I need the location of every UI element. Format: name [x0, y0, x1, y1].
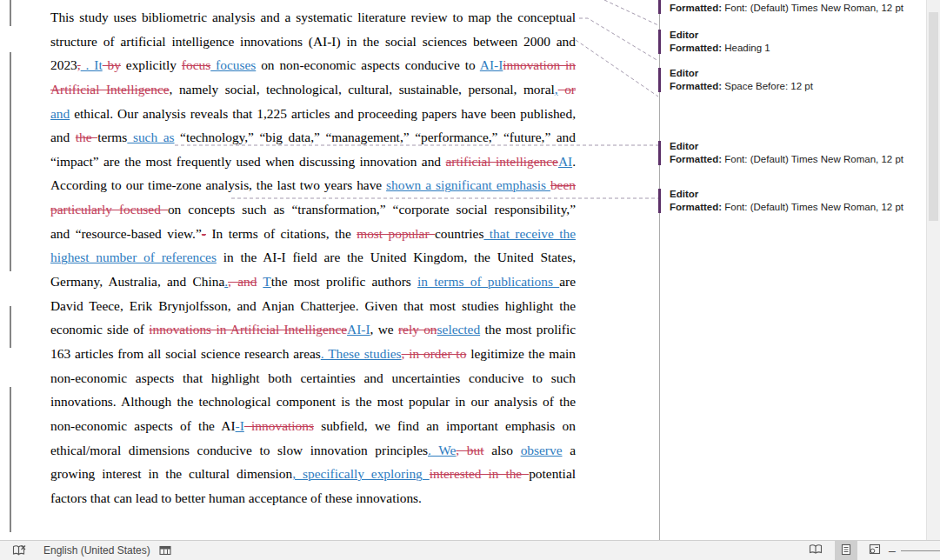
- inserted-text: . These studies: [321, 346, 402, 361]
- document-line[interactable]: ethical/moral dimensions conducive to sl…: [50, 438, 576, 463]
- inserted-text: , specifically exploring: [292, 466, 430, 481]
- deleted-text: interested in the: [430, 466, 529, 481]
- inserted-text: -I: [236, 418, 244, 433]
- inserted-text: T: [263, 274, 270, 289]
- document-text: also: [484, 443, 521, 457]
- document-line[interactable]: and ethical. Our analysis reveals that 1…: [50, 102, 576, 126]
- revision-balloon[interactable]: EditorFormatted: Font: (Default) Times N…: [658, 188, 930, 214]
- grid-icon[interactable]: [159, 541, 171, 560]
- document-text: ethical/moral dimensions conducive to sl…: [50, 443, 428, 457]
- document-text: non-economic aspects that highlight both…: [50, 370, 576, 385]
- document-line[interactable]: Artificial Intelligence, namely social, …: [50, 77, 576, 102]
- document-line[interactable]: non-economic aspects of the AI-I innovat…: [50, 414, 576, 438]
- document-line[interactable]: highest number of references in the AI-I…: [50, 245, 576, 270]
- document-text: , we: [370, 322, 398, 337]
- balloon-detail: Formatted: Heading 1: [670, 42, 930, 55]
- scrollbar-thumb[interactable]: [929, 12, 938, 221]
- deleted-text: focus: [182, 57, 210, 72]
- document-line[interactable]: particularly focused on concepts such as…: [50, 197, 576, 222]
- document-text: on non-economic aspects conducive to: [256, 57, 480, 72]
- inserted-text: AI: [558, 154, 572, 169]
- document-text: “impact” are the most frequently used wh…: [50, 154, 446, 169]
- document-text: and “resource-based view.”: [50, 226, 202, 241]
- revision-balloon[interactable]: EditorFormatted: Space Before: 12 pt: [658, 67, 930, 93]
- document-text: innovations. Although the technological …: [50, 394, 576, 409]
- read-mode-icon: [809, 543, 823, 557]
- inserted-text: AI-I: [347, 322, 370, 337]
- document-text: in the AI-I field are the United Kingdom…: [217, 250, 576, 264]
- document-line[interactable]: growing interest in the cultural dimensi…: [50, 462, 576, 486]
- document-line[interactable]: structure of artificial intelligence inn…: [50, 30, 576, 54]
- document-text: factors that can lead to better human ac…: [50, 490, 422, 505]
- document-line[interactable]: non-economic aspects that highlight both…: [50, 366, 576, 390]
- deleted-text: Artificial Intelligence: [50, 82, 170, 97]
- revision-balloon[interactable]: EditorFormatted: Heading 1: [658, 29, 930, 55]
- document-text: countries: [435, 226, 483, 241]
- document-text: on concepts such as “transformation,” “c…: [168, 202, 576, 217]
- document-line[interactable]: This study uses bibliometric analysis an…: [50, 5, 576, 30]
- document-line[interactable]: 163 articles from all social science res…: [50, 342, 576, 366]
- zoom-out-icon[interactable]: –: [889, 541, 896, 560]
- proofing-errors-icon[interactable]: [12, 541, 27, 560]
- document-text: potential: [529, 466, 576, 481]
- status-bar: English (United States): [0, 540, 940, 560]
- document-text: terms: [97, 130, 127, 144]
- deleted-text: , in order to: [402, 346, 467, 361]
- document-line[interactable]: “impact” are the most frequently used wh…: [50, 150, 576, 174]
- document-text: non-economic aspects of the AI: [50, 418, 236, 433]
- deleted-text: innovations in Artificial Intelligence: [149, 322, 347, 337]
- inserted-text: such as: [127, 130, 174, 144]
- document-line[interactable]: and the terms such as “technology,” “big…: [50, 125, 576, 150]
- document-text: are: [559, 274, 576, 289]
- document-text: , namely social, technological, cultural…: [170, 82, 555, 97]
- inserted-text: and: [50, 106, 70, 121]
- inserted-text: focuses: [210, 57, 256, 72]
- document-text: In terms of citations, the: [206, 226, 357, 241]
- document-line[interactable]: factors that can lead to better human ac…: [50, 486, 576, 510]
- language-status[interactable]: English (United States): [43, 541, 150, 560]
- document-text: According to our time-zone analysis, the…: [50, 177, 386, 192]
- change-bar: [10, 306, 11, 348]
- document-line[interactable]: Germany, Australia, and China., and Tthe…: [50, 270, 576, 294]
- document-text: growing interest in the cultural dimensi…: [50, 466, 292, 481]
- deleted-text: or: [558, 82, 576, 97]
- inserted-text: AI-I: [480, 57, 503, 72]
- deleted-text: particularly focused: [50, 202, 168, 217]
- revision-balloon[interactable]: EditorFormatted: Font: (Default) Times N…: [658, 140, 930, 166]
- document-line[interactable]: and “resource-based view.”- In terms of …: [50, 222, 576, 246]
- deleted-text: , but: [456, 443, 483, 457]
- document-line[interactable]: innovations. Although the technological …: [50, 390, 576, 414]
- document-text: explicitly: [121, 57, 182, 72]
- document-line[interactable]: David Teece, Erik Brynjolfsson, and Anja…: [50, 294, 576, 318]
- balloon-detail: Formatted: Font: (Default) Times New Rom…: [670, 201, 930, 214]
- balloon-author: Editor: [670, 67, 930, 80]
- vertical-scrollbar[interactable]: [926, 0, 940, 541]
- balloon-detail: Formatted: Font: (Default) Times New Rom…: [670, 2, 930, 15]
- change-bar: [10, 387, 11, 532]
- balloon-author: Editor: [670, 140, 930, 153]
- deleted-text: , and: [228, 274, 257, 289]
- deleted-text: the: [76, 130, 97, 144]
- deleted-text: been: [550, 177, 576, 192]
- read-mode-button[interactable]: [805, 541, 826, 560]
- document-text: This study uses bibliometric analysis an…: [50, 10, 576, 24]
- change-bar: [10, 52, 11, 271]
- document-text: economic side of: [50, 322, 149, 337]
- document-line[interactable]: According to our time-zone analysis, the…: [50, 173, 576, 197]
- document-line[interactable]: economic side of innovations in Artifici…: [50, 317, 576, 342]
- deleted-text: artificial intelligence: [446, 154, 558, 169]
- inserted-text: selected: [437, 322, 481, 337]
- document-text: subfield, we find an important emphasis …: [314, 418, 576, 433]
- document-text: 163 articles from all social science res…: [50, 346, 321, 361]
- document-line[interactable]: 2023, . It by explicitly focus focuses o…: [50, 53, 576, 77]
- deleted-text: innovation in: [503, 57, 576, 72]
- document-text: legitimize the main: [466, 346, 576, 361]
- zoom-slider[interactable]: [901, 550, 940, 551]
- inserted-text: that receive the: [483, 226, 576, 241]
- document-lines[interactable]: This study uses bibliometric analysis an…: [50, 5, 576, 510]
- revision-balloon[interactable]: EditorFormatted: Font: (Default) Times N…: [658, 0, 930, 15]
- web-layout-button[interactable]: [864, 541, 885, 560]
- print-layout-button[interactable]: [835, 541, 857, 560]
- print-layout-icon: [841, 543, 851, 558]
- deleted-text: innovations: [244, 418, 314, 433]
